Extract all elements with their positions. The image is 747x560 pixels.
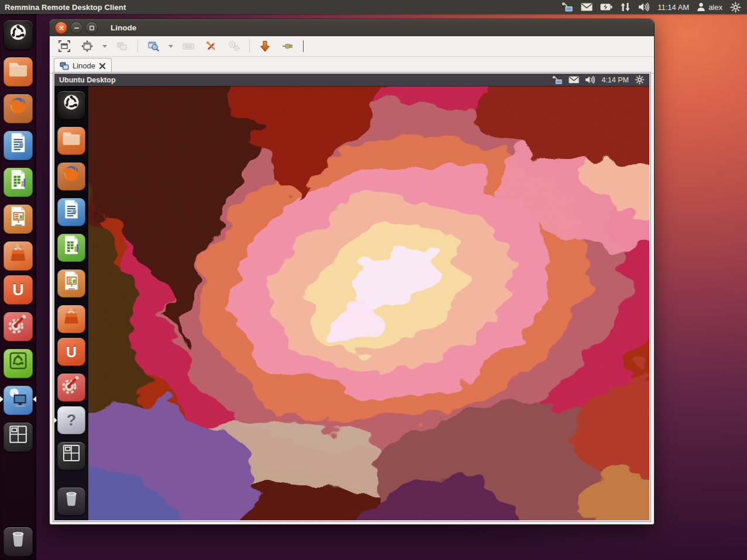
remote-launcher-item-libreoffice-impress[interactable] xyxy=(57,269,85,298)
remote-tray: 4:14 PM xyxy=(552,75,649,85)
host-desktop[interactable]: Remmina Remote Desktop Client 11:14 AM a… xyxy=(0,0,747,560)
trash-can-icon xyxy=(60,488,82,510)
remote-launcher-item-firefox[interactable] xyxy=(57,163,85,191)
user-icon xyxy=(697,2,705,12)
minimize-icon xyxy=(74,25,80,31)
launcher-item-software-center[interactable] xyxy=(4,241,33,271)
workspace-grid-icon xyxy=(6,423,30,446)
tools-wrench-icon xyxy=(205,40,218,53)
user-menu[interactable]: alex xyxy=(697,2,722,12)
fit-window-options-button[interactable] xyxy=(101,39,108,54)
question-mark: ? xyxy=(57,406,85,434)
remmina-toolbar xyxy=(50,36,654,57)
launcher-item-ubuntu-one[interactable]: U xyxy=(4,275,33,305)
remote-desktop: Ubuntu Desktop 4:14 PM xyxy=(54,74,649,520)
workspace-grid-icon xyxy=(60,442,82,464)
remote-launcher-item-ubuntu-one[interactable]: U xyxy=(57,338,85,366)
writer-document-icon xyxy=(6,131,30,154)
window-title: Linode xyxy=(111,23,136,32)
remote-launcher-item-trash[interactable] xyxy=(57,488,85,516)
launcher-item-home-folder[interactable] xyxy=(4,57,33,87)
remmina-window: Linode Linode xyxy=(50,19,654,524)
mail-indicator-icon[interactable] xyxy=(569,76,579,84)
launcher-item-dash-home[interactable] xyxy=(4,20,33,50)
session-gear-icon[interactable] xyxy=(730,2,741,13)
tab-label: Linode xyxy=(73,61,95,70)
toolbar-separator xyxy=(249,40,250,53)
launcher-item-workspace-switcher[interactable] xyxy=(4,423,33,452)
remote-launcher-item-libreoffice-writer[interactable] xyxy=(57,198,85,226)
green-ubuntu-logo-icon xyxy=(6,349,30,372)
remote-session-gear-icon[interactable] xyxy=(635,75,645,85)
launcher-item-libreoffice-writer[interactable] xyxy=(4,131,33,160)
host-clock[interactable]: 11:14 AM xyxy=(658,3,689,12)
remote-clock[interactable]: 4:14 PM xyxy=(601,76,629,84)
ubuntu-logo-icon xyxy=(60,91,82,113)
fullscreen-button[interactable] xyxy=(56,39,73,54)
settings-tools-icon xyxy=(6,312,30,336)
launcher-item-trash[interactable] xyxy=(4,527,33,556)
launcher-item-libreoffice-impress[interactable] xyxy=(4,205,33,234)
impress-presentation-icon xyxy=(6,205,30,228)
impress-presentation-icon xyxy=(60,269,82,292)
trash-can-icon xyxy=(6,527,30,551)
remote-launcher: U ? xyxy=(54,86,88,520)
remote-launcher-item-system-settings[interactable] xyxy=(57,374,85,402)
tools-button[interactable] xyxy=(202,39,220,54)
duplicate-windows-icon xyxy=(116,40,129,53)
remote-focused-slot: ? xyxy=(57,406,85,434)
launcher-item-software-updater[interactable] xyxy=(4,349,33,378)
window-titlebar[interactable]: Linode xyxy=(50,19,654,36)
remote-desktop-indicator-icon[interactable] xyxy=(561,2,573,12)
scaled-mode-options-button[interactable] xyxy=(167,39,174,54)
volume-indicator-icon[interactable] xyxy=(638,2,650,12)
tab-close-icon[interactable] xyxy=(99,63,106,70)
ubuntu-logo-icon xyxy=(6,20,30,44)
remote-wallpaper[interactable] xyxy=(54,86,649,520)
remote-panel-title: Ubuntu Desktop xyxy=(54,76,116,84)
remote-desktop-indicator-icon[interactable] xyxy=(552,75,563,85)
keyboard-grab-button[interactable] xyxy=(180,39,197,54)
iconify-button[interactable] xyxy=(256,39,274,54)
calc-spreadsheet-icon xyxy=(60,234,82,256)
battery-indicator-icon[interactable] xyxy=(600,4,612,11)
focused-indicator-arrow xyxy=(33,396,36,402)
volume-indicator-icon[interactable] xyxy=(585,75,595,84)
host-launcher: U xyxy=(0,14,36,560)
scaled-mode-button[interactable] xyxy=(144,39,162,54)
orange-down-arrow-icon xyxy=(259,40,271,53)
remote-launcher-item-workspace-switcher[interactable] xyxy=(57,442,85,470)
network-traffic-indicator-icon[interactable] xyxy=(620,2,631,12)
calc-spreadsheet-icon xyxy=(6,168,30,191)
launcher-item-system-settings[interactable] xyxy=(4,312,33,341)
folder-icon xyxy=(60,127,82,149)
remmina-slot xyxy=(4,383,33,415)
remote-launcher-item-home-folder[interactable] xyxy=(57,127,85,155)
remote-launcher-item-unknown-window[interactable]: ? xyxy=(57,406,85,434)
scale-magnifier-icon xyxy=(147,40,160,53)
launcher-item-libreoffice-calc[interactable] xyxy=(4,168,33,197)
launcher-item-firefox[interactable] xyxy=(4,94,33,123)
toolbar-separator xyxy=(137,40,138,53)
remote-launcher-item-dash-home[interactable] xyxy=(57,91,85,119)
duplicate-connection-button[interactable] xyxy=(113,39,131,54)
firefox-icon xyxy=(6,94,30,117)
mail-indicator-icon[interactable] xyxy=(581,3,593,11)
disconnect-button[interactable] xyxy=(279,39,297,54)
chevron-down-icon xyxy=(102,44,107,48)
ubuntu-one-letter: U xyxy=(57,338,85,366)
fit-window-button[interactable] xyxy=(78,39,96,54)
preferences-button[interactable] xyxy=(225,39,243,54)
maximize-icon xyxy=(89,25,95,31)
remote-launcher-item-libreoffice-calc[interactable] xyxy=(57,234,85,262)
app-title: Remmina Remote Desktop Client xyxy=(0,3,126,12)
launcher-item-remmina[interactable] xyxy=(4,386,33,415)
chevron-down-icon xyxy=(168,44,173,48)
remote-launcher-item-software-center[interactable] xyxy=(57,305,85,333)
minimize-button[interactable] xyxy=(71,22,82,33)
tab-linode[interactable]: Linode xyxy=(54,58,112,73)
maximize-button[interactable] xyxy=(86,22,97,33)
firefox-icon xyxy=(60,163,82,185)
remote-top-panel: Ubuntu Desktop 4:14 PM xyxy=(54,74,649,86)
close-button[interactable] xyxy=(56,22,67,33)
